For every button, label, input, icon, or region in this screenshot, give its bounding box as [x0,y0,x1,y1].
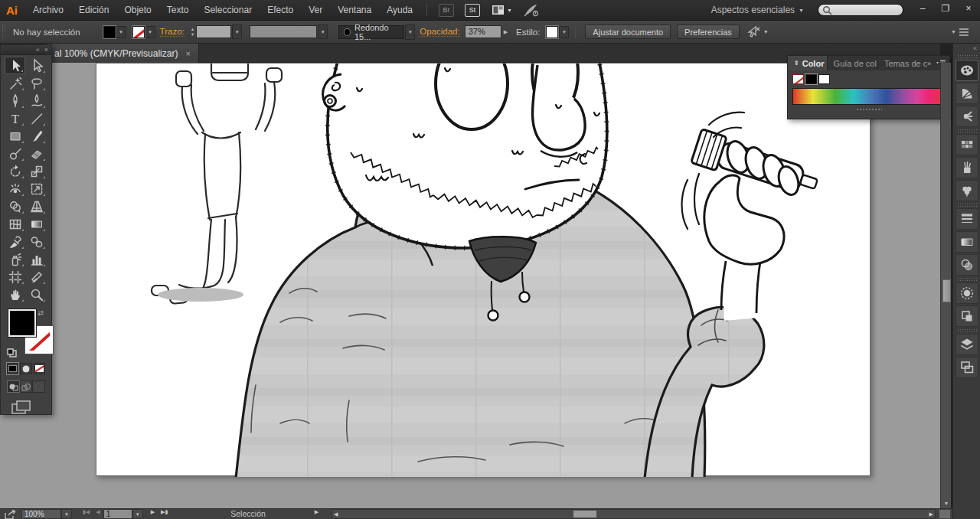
tool-eyedropper[interactable] [5,233,25,250]
dock-panel-artboards[interactable] [956,357,978,378]
dock-group-grip[interactable] [957,203,977,207]
tool-pencil[interactable] [5,145,25,162]
stroke-weight-label[interactable]: Trazo: [160,27,185,37]
tool-selection[interactable] [5,57,25,74]
dock-panel-brushes[interactable] [956,157,978,178]
dock-panel-appearance[interactable] [956,282,978,304]
scroll-right-arrow[interactable]: ▶ [929,510,933,518]
panel-options-button[interactable]: ▼ [951,28,969,37]
stroke-weight-field[interactable] [196,25,231,38]
fill-dropdown[interactable]: ▼ [116,26,126,38]
collapse-panel-icon[interactable]: « [36,46,40,54]
tool-pen[interactable] [5,92,25,109]
variable-width-profile-field[interactable] [250,25,317,38]
scroll-down-arrow[interactable]: ▼ [941,498,952,508]
tool-line-segment[interactable] [26,109,47,127]
tool-type[interactable]: T [5,109,25,127]
vertical-scrollbar-thumb[interactable] [942,279,951,302]
none-button[interactable] [34,363,45,374]
tool-width-tool[interactable] [5,180,25,197]
tab-color[interactable]: ⇕Color [788,56,828,70]
tool-symbol-sprayer[interactable] [5,250,25,268]
restore-button[interactable]: ❐ [934,0,957,17]
draw-normal-button[interactable] [7,380,20,393]
close-panel-icon[interactable]: × [44,46,48,54]
screen-mode-button[interactable] [11,400,51,414]
swap-fill-stroke-icon[interactable]: ⇄ [38,309,44,317]
tool-hand[interactable] [5,286,25,303]
menu-edicion[interactable]: Edición [71,0,116,21]
first-artboard-button[interactable]: ▮◀ [80,509,93,515]
tool-curvature-pen[interactable] [26,92,47,109]
tab-color-themes[interactable]: Temas de c [878,56,927,70]
arrange-documents-button[interactable]: ▼ [492,5,512,15]
artboard-number-field[interactable]: 1 [103,509,132,519]
tool-eraser[interactable] [26,145,47,162]
document-tab[interactable]: al 100% (CMYK/Previsualizar) × [46,44,199,63]
brush-definition-field[interactable]: Redondo 15... [338,25,404,39]
tool-paintbrush[interactable] [26,127,47,145]
dock-group-grip[interactable] [957,54,977,58]
horizontal-scrollbar-thumb[interactable] [573,511,596,517]
tool-shape-builder[interactable] [5,197,25,215]
fit-document-button[interactable]: Ajustar documento [585,24,671,39]
cs-live-button[interactable] [523,3,538,17]
minimize-button[interactable]: – [911,0,934,17]
opacity-label[interactable]: Opacidad: [420,27,459,37]
menu-texto[interactable]: Texto [159,0,197,21]
dock-panel-layers[interactable] [956,334,978,355]
stroke-color-swatch[interactable] [132,26,145,38]
dock-panel-stroke[interactable] [956,208,978,230]
scroll-left-arrow[interactable]: ◀ [334,510,338,518]
menu-ayuda[interactable]: Ayuda [379,0,420,21]
panel-resize-grip[interactable] [856,108,882,111]
tool-lasso[interactable] [26,74,47,92]
zoom-dropdown[interactable]: ▼ [61,509,72,519]
last-artboard-button[interactable]: ▶▮ [158,509,171,515]
none-swatch[interactable] [792,74,804,84]
dock-panel-transparency[interactable] [956,254,978,276]
preferences-button[interactable]: Preferencias [677,24,740,39]
menu-ver[interactable]: Ver [301,0,330,21]
stock-button[interactable]: St [465,4,480,17]
artboard-canvas[interactable] [96,63,871,476]
pasteboard[interactable] [0,63,940,508]
opacity-field[interactable]: 37% [465,25,501,38]
tool-slice[interactable] [26,268,47,286]
dock-panel-gradient[interactable] [956,231,978,253]
draw-behind-button[interactable] [20,380,33,393]
expand-panel-icon[interactable]: » [927,60,931,67]
default-fill-stroke-icon[interactable] [7,348,18,358]
tool-perspective-grid[interactable] [26,197,47,215]
bridge-button[interactable]: Br [439,4,454,17]
select-similar-button[interactable]: ▼ [746,25,769,39]
stroke-dropdown[interactable]: ▼ [145,26,155,38]
tool-rectangle[interactable] [5,127,25,145]
dock-panel-color-guide[interactable] [956,83,978,104]
dock-panel-color[interactable] [956,60,978,81]
tab-color-guide[interactable]: Guía de col [828,56,878,70]
fill-proxy-swatch[interactable] [8,309,36,337]
artboard-dropdown[interactable]: ▼ [132,509,143,519]
draw-inside-button[interactable] [32,380,45,393]
horizontal-scrollbar[interactable]: ◀ ▶ [332,509,936,519]
black-swatch[interactable] [805,74,817,84]
stroke-weight-dropdown[interactable]: ▼ [232,24,242,39]
vertical-scrollbar[interactable]: ▼ [940,63,951,508]
opacity-expand-arrow[interactable]: ▶ [504,29,508,35]
menu-seleccionar[interactable]: Seleccionar [196,0,260,21]
tool-rotate[interactable] [5,162,25,180]
tool-free-transform[interactable] [26,180,47,197]
dock-panel-graphic-styles[interactable] [956,305,978,327]
menu-ventana[interactable]: Ventana [330,0,379,21]
tool-zoom[interactable] [26,286,47,303]
gradient-button[interactable] [20,363,31,374]
panel-grip[interactable] [2,24,7,41]
close-button[interactable]: × [957,0,980,17]
style-dropdown[interactable]: ▼ [559,26,569,38]
tool-gradient[interactable] [26,215,47,233]
zoom-level-field[interactable]: 100% [21,509,61,519]
collapse-dock-icon[interactable]: « [973,44,977,52]
tool-column-graph[interactable] [26,250,47,268]
document-tab-close-icon[interactable]: × [185,49,190,58]
